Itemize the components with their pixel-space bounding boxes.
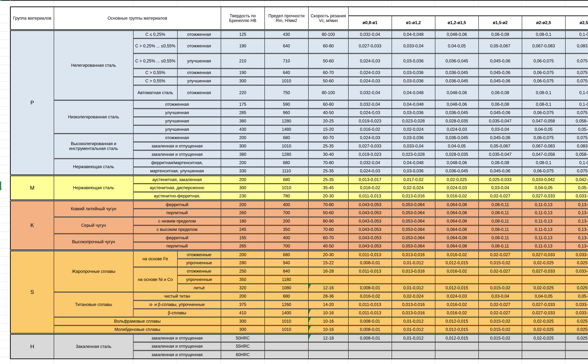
cell-feed-value[interactable]: 0,045-0,06 bbox=[478, 109, 522, 117]
cell-feed-value[interactable]: 0,025-0,04 bbox=[565, 317, 588, 325]
cell-material-state[interactable]: отожженная bbox=[177, 30, 221, 39]
cell-feed-value[interactable]: 0,027-0,033 bbox=[348, 39, 392, 53]
cell-material-subtype[interactable]: C > 0,25% ... ≤0,55% bbox=[133, 39, 177, 53]
cell-feed-value[interactable]: 0,033-0,053 bbox=[565, 267, 588, 275]
cell-group-label[interactable]: M bbox=[10, 175, 54, 200]
cell-speed[interactable]: 12-18 bbox=[308, 334, 348, 342]
cell-feed-value[interactable]: 0,025-0,033 bbox=[478, 175, 522, 184]
cell-material-subtype[interactable]: Автоматная сталь bbox=[133, 85, 177, 100]
cell-speed[interactable] bbox=[308, 342, 348, 351]
cell-material-state[interactable]: β-сплавы bbox=[133, 309, 221, 317]
cell-feed-value[interactable]: 0,023-0,028 bbox=[392, 150, 435, 159]
cell-feed-value[interactable]: 0,028-0,035 bbox=[435, 150, 478, 159]
cell-feed-value[interactable]: 0,01-0,012 bbox=[392, 259, 435, 267]
cell-feed-value[interactable]: 0,075-0,12 bbox=[565, 134, 588, 142]
cell-feed-value[interactable]: 0,013-0,016 bbox=[392, 250, 435, 259]
cell-feed-value[interactable]: 0,02-0,027 bbox=[478, 267, 522, 275]
cell-hardness[interactable]: 300 bbox=[221, 325, 264, 334]
cell-feed-value[interactable]: 0,064-0,08 bbox=[435, 225, 478, 234]
cell-material-name[interactable]: Высоколегированная и инструментальная ст… bbox=[54, 134, 133, 159]
cell-hardness[interactable]: 190 bbox=[221, 69, 264, 77]
cell-feed-value[interactable]: 0,016-0,02 bbox=[435, 267, 478, 275]
cell-material-state[interactable]: с высоким пределом bbox=[133, 225, 221, 234]
cell-material-state[interactable]: отожженная bbox=[177, 85, 221, 100]
cell-feed-value[interactable]: 0,012-0,015 bbox=[435, 284, 478, 292]
cell-hardness[interactable]: 320 bbox=[221, 284, 264, 292]
cell-strength[interactable]: 1010 bbox=[264, 325, 308, 334]
cell-feed-value[interactable]: 0,08-0,1 bbox=[522, 100, 565, 109]
cell-group-label[interactable]: H bbox=[10, 334, 54, 359]
cell-hardness[interactable]: 125 bbox=[221, 30, 264, 39]
cell-feed-value[interactable]: 0,024-0,03 bbox=[435, 125, 478, 134]
cell-feed-value[interactable]: 0,045-0,06 bbox=[478, 77, 522, 85]
cell-feed-value[interactable]: 0,04-0,05 bbox=[522, 184, 565, 192]
cell-strength[interactable]: 400 bbox=[264, 234, 308, 242]
cell-feed-value[interactable]: 0,13-0,21 bbox=[565, 242, 588, 250]
cell-feed-value[interactable]: 0,024-0,03 bbox=[435, 292, 478, 300]
cell-strength[interactable]: 780 bbox=[264, 192, 308, 200]
cell-feed-value[interactable]: 0,027-0,033 bbox=[522, 309, 565, 317]
cell-feed-value[interactable] bbox=[435, 351, 478, 359]
cell-feed-value[interactable]: 0,05-0,067 bbox=[478, 39, 522, 53]
cell-feed-value[interactable]: 0,02-0,027 bbox=[478, 300, 522, 309]
cell-feed-value[interactable]: 0,035-0,047 bbox=[478, 117, 522, 125]
cell-strength[interactable]: 1110 bbox=[264, 167, 308, 175]
cell-feed-value[interactable] bbox=[522, 342, 565, 351]
cell-feed-value[interactable] bbox=[478, 351, 522, 359]
cell-material-subtype[interactable]: C > 0,25% ... ≤0,55% bbox=[133, 53, 177, 69]
cell-material-state[interactable]: отожженная bbox=[133, 100, 221, 109]
cell-feed-value[interactable] bbox=[392, 351, 435, 359]
cell-feed-value[interactable]: 0,08-0,11 bbox=[478, 209, 522, 217]
cell-feed-value[interactable]: 0,033-0,053 bbox=[565, 309, 588, 317]
cell-hardness[interactable]: 200 bbox=[221, 250, 264, 259]
cell-feed-value[interactable]: 0,033-0,053 bbox=[565, 250, 588, 259]
cell-material-name[interactable]: Высокопрочный чугун bbox=[54, 234, 133, 250]
cell-feed-value[interactable]: 0,008-0,01 bbox=[348, 325, 392, 334]
cell-feed-value[interactable]: 0,053-0,064 bbox=[392, 200, 435, 209]
cell-feed-value[interactable]: 0,011-0,013 bbox=[348, 192, 392, 200]
cell-feed-value[interactable]: 0,02-0,025 bbox=[522, 317, 565, 325]
cell-feed-value[interactable]: 0,042-0,067 bbox=[565, 175, 588, 184]
cell-feed-value[interactable] bbox=[348, 351, 392, 359]
cell-speed[interactable]: 15-20 bbox=[308, 125, 348, 134]
cell-strength[interactable]: 400 bbox=[264, 200, 308, 209]
cell-feed-value[interactable]: 0,016-0,02 bbox=[435, 250, 478, 259]
cell-feed-value[interactable] bbox=[435, 342, 478, 351]
cell-feed-value[interactable]: 0,008-0,01 bbox=[348, 259, 392, 267]
cell-speed[interactable] bbox=[308, 351, 348, 359]
cell-feed-value[interactable]: 0,023-0,028 bbox=[392, 117, 435, 125]
cell-speed[interactable]: 20-30 bbox=[308, 192, 348, 200]
cell-feed-value[interactable]: 0,02-0,027 bbox=[478, 309, 522, 317]
cell-strength[interactable]: 590 bbox=[264, 100, 308, 109]
cell-speed[interactable]: 60-80 bbox=[308, 39, 348, 53]
cell-material-state[interactable]: с низким пределом bbox=[133, 217, 221, 225]
cell-hardness[interactable]: 190 bbox=[221, 39, 264, 53]
cell-material-name[interactable]: Титановые сплавы bbox=[54, 292, 133, 317]
cell-feed-value[interactable] bbox=[435, 275, 478, 284]
cell-feed-value[interactable] bbox=[565, 342, 588, 351]
cell-material-state[interactable]: упрочненные bbox=[177, 259, 221, 267]
cell-feed-value[interactable]: 0,08-0,1 bbox=[522, 30, 565, 39]
cell-feed-value[interactable]: 0,06-0,075 bbox=[522, 167, 565, 175]
cell-hardness[interactable]: 250 bbox=[221, 267, 264, 275]
cell-feed-value[interactable]: 0,045-0,06 bbox=[478, 167, 522, 175]
cell-feed-value[interactable]: 0,02-0,027 bbox=[478, 250, 522, 259]
header-diameter-col[interactable]: ø2-ø2,5 bbox=[522, 16, 565, 30]
cell-strength[interactable]: 1400 bbox=[264, 309, 308, 317]
cell-feed-value[interactable]: 0,075-0,12 bbox=[565, 69, 588, 77]
cell-speed[interactable]: 50-60 bbox=[308, 53, 348, 69]
cell-feed-value[interactable]: 0,08-0,11 bbox=[478, 217, 522, 225]
cell-material-state[interactable]: закаленная и отпущенная bbox=[133, 150, 221, 159]
cell-feed-value[interactable]: 0,04-0,05 bbox=[522, 125, 565, 134]
cell-feed-value[interactable]: 0,067-0,083 bbox=[522, 39, 565, 53]
cell-feed-value[interactable]: 0,064-0,08 bbox=[435, 200, 478, 209]
cell-feed-value[interactable]: 0,01-0,012 bbox=[392, 317, 435, 325]
cell-feed-value[interactable]: 0,008-0,01 bbox=[348, 284, 392, 292]
cell-hardness[interactable]: 55HRC bbox=[221, 342, 264, 351]
cell-feed-value[interactable]: 0,08-0,11 bbox=[478, 200, 522, 209]
cell-feed-value[interactable]: 0,05-0,067 bbox=[478, 142, 522, 150]
cell-feed-value[interactable]: 0,011-0,013 bbox=[348, 250, 392, 259]
cell-material-subtype[interactable]: C ≤ 0,25% bbox=[133, 30, 177, 39]
cell-feed-value[interactable] bbox=[392, 342, 435, 351]
cell-feed-value[interactable]: 0,083-0,13 bbox=[565, 39, 588, 53]
